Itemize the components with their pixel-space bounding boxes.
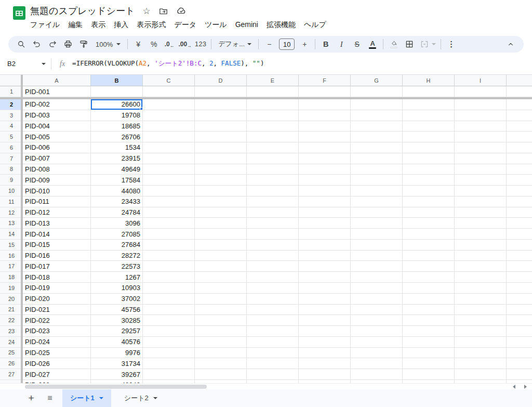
cell-c20[interactable]	[143, 294, 195, 305]
cell-a23[interactable]: PID-023	[23, 326, 91, 337]
cell-h23[interactable]	[403, 326, 455, 337]
cell-b11[interactable]: 23433	[91, 196, 143, 207]
cell-a24[interactable]: PID-024	[23, 337, 91, 348]
cell-h9[interactable]	[403, 175, 455, 186]
cell-i28[interactable]	[455, 380, 507, 383]
cell-c5[interactable]	[143, 132, 195, 142]
cell-a20[interactable]: PID-020	[23, 294, 91, 305]
cell-i24[interactable]	[455, 337, 507, 348]
cell-h17[interactable]	[403, 261, 455, 272]
cell-f28[interactable]	[299, 380, 351, 383]
row-header-24[interactable]: 24	[0, 337, 23, 348]
menu-item-help[interactable]: ヘルプ	[300, 19, 330, 31]
italic-button[interactable]: I	[334, 37, 349, 51]
search-button[interactable]	[14, 37, 29, 51]
cell-c12[interactable]	[143, 207, 195, 218]
cell-d27[interactable]	[195, 369, 247, 380]
cell-h10[interactable]	[403, 186, 455, 196]
row-header-21[interactable]: 21	[0, 305, 23, 316]
decrease-font-size-button[interactable]: −	[261, 37, 277, 51]
cell-f16[interactable]	[299, 251, 351, 261]
sheet-tab-sheet1[interactable]: シート1	[62, 389, 111, 407]
cell-e13[interactable]	[247, 218, 299, 229]
cell-e19[interactable]	[247, 283, 299, 294]
cell-i9[interactable]	[455, 175, 507, 186]
bold-button[interactable]: B	[318, 37, 334, 51]
cell-h5[interactable]	[403, 132, 455, 142]
cell-f12[interactable]	[299, 207, 351, 218]
cell-a19[interactable]: PID-019	[23, 283, 91, 294]
cell-g20[interactable]	[351, 294, 403, 305]
percent-format-button[interactable]: %	[146, 37, 162, 51]
cell-d9[interactable]	[195, 175, 247, 186]
row-header-8[interactable]: 8	[0, 164, 23, 175]
cell-d15[interactable]	[195, 240, 247, 251]
cell-h18[interactable]	[403, 272, 455, 283]
cell-g4[interactable]	[351, 121, 403, 132]
cell-f2[interactable]	[299, 99, 351, 110]
row-header-9[interactable]: 9	[0, 175, 23, 186]
cell-a21[interactable]: PID-021	[23, 305, 91, 316]
cell-e6[interactable]	[247, 142, 299, 153]
cell-f10[interactable]	[299, 186, 351, 196]
cell-i6[interactable]	[455, 142, 507, 153]
cell-d20[interactable]	[195, 294, 247, 305]
cell-e5[interactable]	[247, 132, 299, 142]
cell-c25[interactable]	[143, 348, 195, 359]
cell-e27[interactable]	[247, 369, 299, 380]
cell-i21[interactable]	[455, 305, 507, 316]
row-header-17[interactable]: 17	[0, 261, 23, 272]
cell-i11[interactable]	[455, 196, 507, 207]
cell-e21[interactable]	[247, 305, 299, 316]
cell-h15[interactable]	[403, 240, 455, 251]
cell-e22[interactable]	[247, 315, 299, 326]
cell-e2[interactable]	[247, 99, 299, 110]
cell-f13[interactable]	[299, 218, 351, 229]
row-header-23[interactable]: 23	[0, 326, 23, 337]
cell-f9[interactable]	[299, 175, 351, 186]
zoom-select[interactable]: 100%	[91, 37, 125, 51]
currency-format-button[interactable]: ¥	[130, 37, 146, 51]
move-to-folder-icon[interactable]	[158, 6, 168, 16]
cell-f18[interactable]	[299, 272, 351, 283]
cell-f11[interactable]	[299, 196, 351, 207]
cell-i19[interactable]	[455, 283, 507, 294]
cell-a1[interactable]: PID-001	[23, 86, 91, 97]
row-header-20[interactable]: 20	[0, 294, 23, 305]
row-header-22[interactable]: 22	[0, 315, 23, 326]
cell-g1[interactable]	[351, 86, 403, 97]
cell-d14[interactable]	[195, 229, 247, 240]
cell-c4[interactable]	[143, 121, 195, 132]
print-button[interactable]	[60, 37, 76, 51]
row-header-16[interactable]: 16	[0, 251, 23, 261]
cell-i22[interactable]	[455, 315, 507, 326]
cell-d26[interactable]	[195, 358, 247, 369]
cell-h12[interactable]	[403, 207, 455, 218]
cell-h25[interactable]	[403, 348, 455, 359]
cell-i1[interactable]	[455, 86, 507, 97]
cell-b21[interactable]: 45756	[91, 305, 143, 316]
cell-d19[interactable]	[195, 283, 247, 294]
cell-h16[interactable]	[403, 251, 455, 261]
cell-c1[interactable]	[143, 86, 195, 97]
cell-i3[interactable]	[455, 110, 507, 121]
cell-c17[interactable]	[143, 261, 195, 272]
row-header-12[interactable]: 12	[0, 207, 23, 218]
cell-e18[interactable]	[247, 272, 299, 283]
cell-g9[interactable]	[351, 175, 403, 186]
merge-cells-button[interactable]	[417, 37, 438, 51]
cell-c9[interactable]	[143, 175, 195, 186]
cell-e7[interactable]	[247, 153, 299, 164]
column-header-a[interactable]: A	[23, 75, 91, 86]
cell-b14[interactable]: 27085	[91, 229, 143, 240]
cell-e17[interactable]	[247, 261, 299, 272]
cell-g5[interactable]	[351, 132, 403, 142]
cell-c15[interactable]	[143, 240, 195, 251]
column-header-d[interactable]: D	[195, 75, 247, 86]
menu-item-extensions[interactable]: 拡張機能	[262, 19, 300, 31]
cell-i20[interactable]	[455, 294, 507, 305]
cell-i13[interactable]	[455, 218, 507, 229]
column-header-c[interactable]: C	[143, 75, 195, 86]
cell-f21[interactable]	[299, 305, 351, 316]
cell-d16[interactable]	[195, 251, 247, 261]
